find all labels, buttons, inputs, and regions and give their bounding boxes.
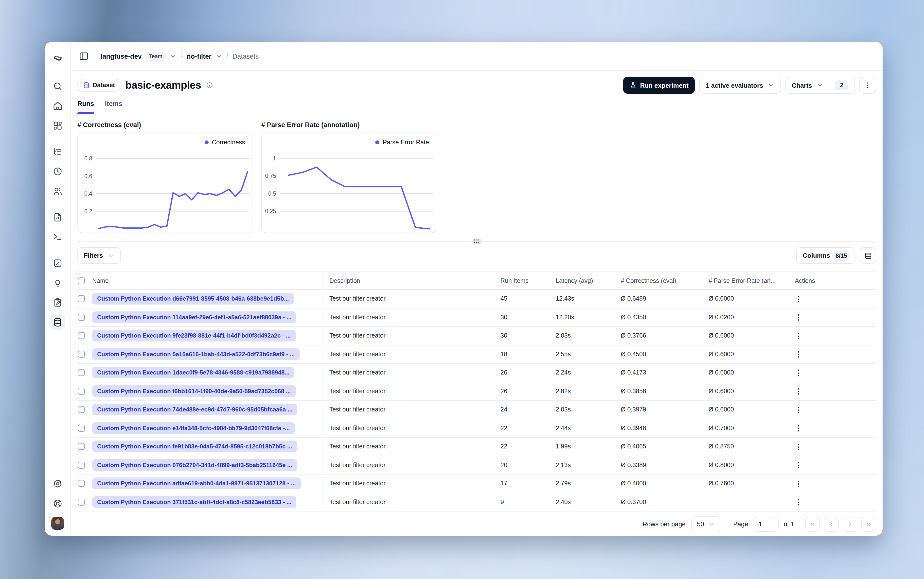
column-header-parse-error[interactable]: # Parse Error Rate (an... <box>709 277 789 284</box>
datasets-icon[interactable] <box>50 315 65 330</box>
run-name-pill[interactable]: Custom Python Execution 371f531c-abff-4d… <box>92 496 297 508</box>
lightbulb-icon[interactable] <box>50 275 65 290</box>
kebab-menu-icon: ⋮ <box>795 314 802 321</box>
table-row[interactable]: Custom Python Execution 5a15a616-1bab-44… <box>77 345 876 364</box>
breadcrumb-project[interactable]: no-filter <box>187 52 211 60</box>
table-row[interactable]: Custom Python Execution 114aa9ef-29e6-4e… <box>77 308 876 327</box>
row-actions-menu[interactable]: ⋮ <box>789 480 876 487</box>
row-actions-menu[interactable]: ⋮ <box>789 461 876 469</box>
row-checkbox[interactable] <box>78 406 85 413</box>
row-actions-menu[interactable]: ⋮ <box>789 351 876 358</box>
previous-page-button[interactable] <box>824 517 839 532</box>
run-latency: 2.44s <box>556 425 621 432</box>
info-icon[interactable] <box>206 82 213 89</box>
row-actions-menu[interactable]: ⋮ <box>789 425 876 432</box>
chevrons-right-icon <box>865 521 872 528</box>
run-name-pill[interactable]: Custom Python Execution 74de488e-ec9d-47… <box>92 404 297 415</box>
row-checkbox[interactable] <box>78 462 85 469</box>
search-icon[interactable] <box>50 79 65 93</box>
resize-grip-handle[interactable] <box>472 239 482 244</box>
run-name-pill[interactable]: Custom Python Execution fe91b83e-04a5-47… <box>92 440 297 453</box>
tab-runs[interactable]: Runs <box>77 99 94 114</box>
column-header-latency[interactable]: Latency (avg) <box>556 277 621 284</box>
run-name-pill[interactable]: Custom Python Execution 1daec0f9-5e78-43… <box>92 366 294 379</box>
active-evaluators-button[interactable]: 1 active evaluators <box>700 77 781 93</box>
row-actions-menu[interactable]: ⋮ <box>789 388 876 395</box>
run-name-pill[interactable]: Custom Python Execution d66e7991-8595-45… <box>92 293 294 305</box>
main-content: Dataset basic-examples Run experiment 1 … <box>71 71 883 536</box>
next-page-button[interactable] <box>843 517 857 532</box>
tracing-icon[interactable] <box>50 144 65 159</box>
table-row[interactable]: Custom Python Execution 9fe23f98-881e-44… <box>77 327 876 345</box>
row-actions-menu[interactable]: ⋮ <box>789 499 876 506</box>
columns-button[interactable]: Columns 8/15 <box>796 247 855 263</box>
evaluation-icon[interactable] <box>50 256 65 270</box>
tab-items[interactable]: Items <box>105 99 123 114</box>
more-options-button[interactable] <box>859 77 876 93</box>
row-checkbox[interactable] <box>78 425 85 432</box>
run-name-pill[interactable]: Custom Python Execution f6bb1614-1f90-40… <box>92 385 296 397</box>
row-checkbox[interactable] <box>78 499 85 505</box>
run-description: Test our filter creator <box>323 369 500 376</box>
home-icon[interactable] <box>50 98 65 113</box>
row-checkbox[interactable] <box>78 314 85 321</box>
run-name-pill[interactable]: Custom Python Execution adfae619-abb0-4d… <box>92 478 301 489</box>
settings-gear-icon[interactable] <box>50 476 65 491</box>
run-experiment-button[interactable]: Run experiment <box>623 77 695 93</box>
table-row[interactable]: Custom Python Execution d66e7991-8595-45… <box>77 290 876 308</box>
user-avatar[interactable] <box>51 517 64 530</box>
chevron-down-icon[interactable] <box>215 53 222 60</box>
breadcrumb-section[interactable]: Datasets <box>233 52 259 60</box>
first-page-button[interactable] <box>805 517 820 532</box>
chevron-down-icon[interactable] <box>170 53 177 60</box>
row-checkbox[interactable] <box>78 369 85 376</box>
sidebar-toggle-icon[interactable] <box>79 51 89 61</box>
filters-button[interactable]: Filters <box>77 247 121 263</box>
table-row[interactable]: Custom Python Execution 371f531c-abff-4d… <box>77 493 876 512</box>
last-page-button[interactable] <box>862 517 876 532</box>
row-actions-menu[interactable]: ⋮ <box>789 443 876 450</box>
table-row[interactable]: Custom Python Execution 74de488e-ec9d-47… <box>77 401 876 419</box>
row-actions-menu[interactable]: ⋮ <box>789 332 876 340</box>
row-actions-menu[interactable]: ⋮ <box>789 295 876 303</box>
row-height-button[interactable] <box>860 247 876 263</box>
column-header-run-items[interactable]: Run Items <box>500 277 556 284</box>
row-checkbox[interactable] <box>78 480 85 487</box>
row-actions-menu[interactable]: ⋮ <box>789 406 876 414</box>
row-checkbox[interactable] <box>78 332 85 339</box>
column-header-name[interactable]: Name <box>92 272 323 289</box>
table-row[interactable]: Custom Python Execution fe91b83e-04a5-47… <box>77 438 876 456</box>
run-name-pill[interactable]: Custom Python Execution 114aa9ef-29e6-4e… <box>92 311 297 323</box>
row-checkbox[interactable] <box>78 351 85 358</box>
row-checkbox[interactable] <box>78 295 85 302</box>
langfuse-logo-icon <box>50 51 65 65</box>
users-icon[interactable] <box>50 184 65 199</box>
rows-per-page-select[interactable]: 50 <box>691 516 720 532</box>
charts-toggle-button[interactable]: Charts 2 <box>785 77 855 93</box>
annotation-clipboard-icon[interactable] <box>50 295 65 310</box>
run-name-pill[interactable]: Custom Python Execution 9fe23f98-881e-44… <box>92 330 296 342</box>
page-number-input[interactable] <box>753 517 779 532</box>
row-checkbox[interactable] <box>78 388 85 395</box>
prompts-icon[interactable] <box>50 210 65 225</box>
run-name-pill[interactable]: Custom Python Execution 5a15a616-1bab-44… <box>92 348 300 360</box>
run-name-pill[interactable]: Custom Python Execution 076b2704-341d-48… <box>92 459 297 471</box>
playground-terminal-icon[interactable] <box>50 230 65 244</box>
row-actions-menu[interactable]: ⋮ <box>789 369 876 376</box>
table-row[interactable]: Custom Python Execution f6bb1614-1f90-40… <box>77 382 876 401</box>
row-actions-menu[interactable]: ⋮ <box>789 314 876 321</box>
row-checkbox[interactable] <box>78 443 85 450</box>
run-name-pill[interactable]: Custom Python Execution e14fa348-5cfc-49… <box>92 422 295 434</box>
column-header-correctness[interactable]: # Correctness (eval) <box>621 277 709 284</box>
column-header-description[interactable]: Description <box>323 277 500 284</box>
select-all-checkbox[interactable] <box>78 277 85 284</box>
table-row[interactable]: Custom Python Execution 1daec0f9-5e78-43… <box>77 364 876 382</box>
table-row[interactable]: Custom Python Execution e14fa348-5cfc-49… <box>77 419 876 438</box>
sessions-clock-icon[interactable] <box>50 164 65 179</box>
support-lifebuoy-icon[interactable] <box>50 496 65 511</box>
dashboard-icon[interactable] <box>50 118 65 133</box>
table-row[interactable]: Custom Python Execution adfae619-abb0-4d… <box>77 474 876 493</box>
breadcrumb-org[interactable]: langfuse-dev <box>101 52 142 60</box>
svg-text:1: 1 <box>273 155 276 162</box>
table-row[interactable]: Custom Python Execution 076b2704-341d-48… <box>77 456 876 474</box>
